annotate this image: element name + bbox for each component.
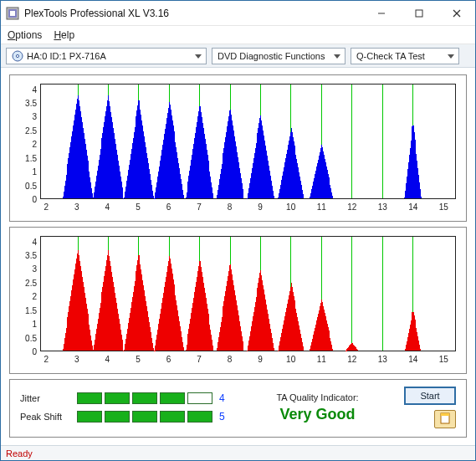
app-window: PlexTools Professional XL V3.16 Options … <box>0 0 476 461</box>
meter-box <box>187 411 212 423</box>
meter-box <box>160 392 185 404</box>
plot-canvas <box>40 236 456 351</box>
svg-rect-4 <box>416 10 422 17</box>
jitter-meter <box>77 392 212 404</box>
y-axis-ticks: 00.511.522.533.54 <box>10 84 38 199</box>
histogram-bottom: 00.511.522.533.54 23456789101112131415 <box>9 227 467 374</box>
peakshift-label: Peak Shift <box>20 412 70 422</box>
jitter-row: Jitter 4 <box>20 392 231 404</box>
jitter-label: Jitter <box>20 393 70 403</box>
histogram-top: 00.511.522.533.54 23456789101112131415 <box>9 74 467 222</box>
document-icon <box>440 412 450 427</box>
export-button[interactable] <box>434 410 456 428</box>
results-panel: Jitter 4 Peak Shift 5 TA Quality Indicat… <box>9 379 467 438</box>
device-select[interactable]: HA:0 ID:1 PX-716A <box>6 48 207 64</box>
x-axis-ticks: 23456789101112131415 <box>40 202 456 218</box>
meter-box <box>105 411 130 423</box>
menu-help-label: elp <box>61 29 74 41</box>
y-axis-ticks: 00.511.522.533.54 <box>10 236 38 351</box>
start-button[interactable]: Start <box>404 387 456 405</box>
close-button[interactable] <box>438 1 475 26</box>
test-select[interactable]: Q-Check TA Test <box>351 48 459 64</box>
peakshift-row: Peak Shift 5 <box>20 411 231 423</box>
function-select[interactable]: DVD Diagnostic Functions <box>212 48 345 64</box>
meter-box <box>77 392 102 404</box>
plot-canvas <box>40 84 456 199</box>
app-title: PlexTools Professional XL V3.16 <box>24 8 362 19</box>
disc-icon <box>12 50 23 62</box>
meter-box <box>132 392 157 404</box>
status-bar: Ready <box>1 445 475 460</box>
minimize-button[interactable] <box>362 1 400 26</box>
title-bar: PlexTools Professional XL V3.16 <box>1 1 475 26</box>
svg-point-8 <box>16 54 18 57</box>
peakshift-value: 5 <box>219 411 231 423</box>
svg-rect-2 <box>10 11 15 16</box>
meter-box <box>77 411 102 423</box>
meter-box <box>187 392 212 404</box>
test-select-value: Q-Check TA Test <box>356 51 425 61</box>
jitter-value: 4 <box>219 392 231 404</box>
button-column: Start <box>404 387 456 428</box>
menu-bar: Options Help <box>1 26 475 44</box>
meter-box <box>160 411 185 423</box>
meter-box <box>105 392 130 404</box>
menu-help[interactable]: Help <box>54 29 74 41</box>
function-select-value: DVD Diagnostic Functions <box>218 51 325 61</box>
toolbar: HA:0 ID:1 PX-716A DVD Diagnostic Functio… <box>1 44 475 68</box>
status-text: Ready <box>6 448 33 458</box>
menu-options-label: ptions <box>15 29 42 41</box>
x-axis-ticks: 23456789101112131415 <box>40 355 456 370</box>
meters: Jitter 4 Peak Shift 5 <box>20 392 231 423</box>
maximize-button[interactable] <box>400 1 438 26</box>
quality-value: Very Good <box>279 406 355 423</box>
device-select-value: HA:0 ID:1 PX-716A <box>27 51 106 61</box>
quality-label: TA Quality Indicator: <box>276 392 358 402</box>
chart-area: 00.511.522.533.54 23456789101112131415 0… <box>1 68 475 445</box>
menu-options[interactable]: Options <box>8 29 42 41</box>
app-icon <box>6 7 19 20</box>
meter-box <box>132 411 157 423</box>
svg-rect-10 <box>441 413 449 416</box>
quality-indicator: TA Quality Indicator: Very Good <box>239 392 396 423</box>
peakshift-meter <box>77 411 212 423</box>
start-button-label: Start <box>420 391 439 401</box>
